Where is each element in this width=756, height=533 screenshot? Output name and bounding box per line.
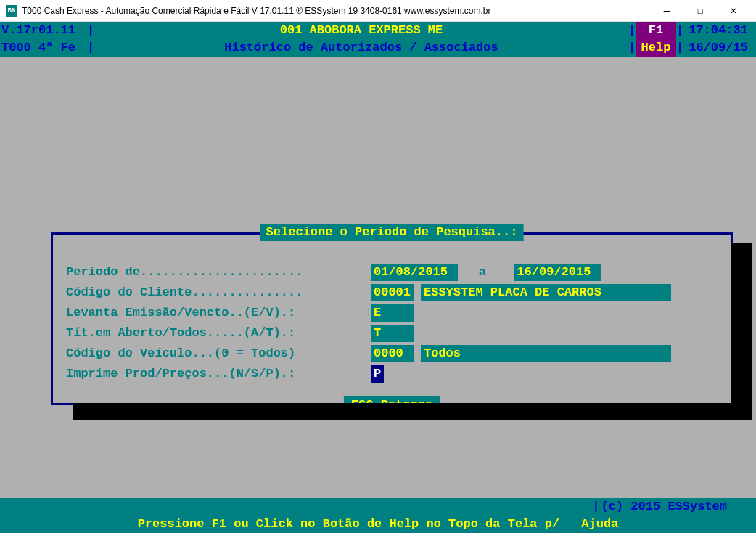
- date-display: 16/09/15: [683, 39, 756, 57]
- period-label: Período de......................: [66, 264, 371, 281]
- application-window: BN T000 Cash Express - Automação Comerci…: [0, 0, 756, 533]
- time-display: 17:04:31: [683, 22, 756, 39]
- vehicle-desc: Todos: [421, 345, 671, 362]
- footer-top-row: | (c) 2015 ESSystem: [0, 498, 756, 516]
- divider: |: [676, 22, 683, 39]
- header-row-2: T000 4ª Fe | Histórico de Autorizados / …: [0, 39, 756, 57]
- client-row: Código do Cliente............... 00001 E…: [66, 284, 722, 301]
- footer: | (c) 2015 ESSystem Pressione F1 ou Clic…: [0, 498, 756, 533]
- app-icon: BN: [6, 5, 17, 17]
- footer-help-row: Pressione F1 ou Click no Botão de Help n…: [0, 516, 756, 533]
- help-key-label[interactable]: F1: [636, 22, 676, 39]
- client-label: Código do Cliente...............: [66, 284, 371, 301]
- copyright-text: (c) 2015 ESSystem: [601, 498, 756, 516]
- period-row: Período de...................... 01/08/2…: [66, 264, 722, 281]
- divider: |: [591, 498, 601, 516]
- date-to-field[interactable]: 16/09/2015: [514, 264, 601, 281]
- print-row: Imprime Prod/Preços...(N/S/P).: P: [66, 365, 722, 383]
- search-dialog: Selecione o Periodo de Pesquisa..: Perío…: [51, 232, 733, 405]
- shadow-right: [731, 243, 752, 420]
- dialog-title: Selecione o Periodo de Pesquisa..:: [260, 224, 524, 241]
- screen-subtitle: Histórico de Autorizados / Associados: [94, 39, 628, 57]
- terminal-area: V.17r01.11 | 001 ABOBORA EXPRESS ME | F1…: [0, 22, 756, 533]
- open-all-row: Tít.em Aberto/Todos.....(A/T).: T: [66, 325, 722, 342]
- divider: |: [87, 39, 94, 57]
- divider: |: [87, 22, 94, 39]
- period-separator: a: [458, 264, 514, 281]
- header-row-1: V.17r01.11 | 001 ABOBORA EXPRESS ME | F1…: [0, 22, 756, 39]
- date-from-field[interactable]: 01/08/2015: [371, 264, 458, 281]
- vehicle-code-field[interactable]: 0000: [371, 345, 414, 362]
- print-label: Imprime Prod/Preços...(N/S/P).:: [66, 365, 371, 383]
- client-code-field[interactable]: 00001: [371, 284, 414, 301]
- open-all-field[interactable]: T: [371, 325, 414, 342]
- emission-label: Levanta Emissão/Vencto..(E/V).:: [66, 304, 371, 322]
- divider: |: [676, 39, 683, 57]
- maximize-button[interactable]: ☐: [683, 0, 717, 22]
- window-controls: — ☐ ✕: [650, 0, 750, 22]
- client-desc: ESSYSTEM PLACA DE CARROS: [421, 284, 671, 301]
- divider: |: [628, 22, 636, 39]
- divider: |: [628, 39, 636, 57]
- window-title: T000 Cash Express - Automação Comercial …: [22, 6, 650, 16]
- terminal-label: T000 4ª Fe: [0, 39, 87, 57]
- titlebar: BN T000 Cash Express - Automação Comerci…: [0, 0, 756, 22]
- help-button[interactable]: Help: [636, 39, 676, 57]
- minimize-button[interactable]: —: [650, 0, 683, 22]
- open-all-label: Tít.em Aberto/Todos.....(A/T).:: [66, 325, 371, 342]
- emission-row: Levanta Emissão/Vencto..(E/V).: E: [66, 304, 722, 322]
- print-field[interactable]: P: [371, 365, 384, 383]
- footer-ajuda-text: Ajuda: [581, 517, 618, 531]
- vehicle-label: Código do Veículo...(0 = Todos): [66, 345, 371, 362]
- emission-field[interactable]: E: [371, 304, 414, 322]
- company-title: 001 ABOBORA EXPRESS ME: [94, 22, 628, 39]
- shadow-bottom: [73, 403, 752, 420]
- dialog-wrapper: Selecione o Periodo de Pesquisa..: Perío…: [51, 232, 733, 405]
- close-button[interactable]: ✕: [717, 0, 750, 22]
- footer-help-text: Pressione F1 ou Click no Botão de Help n…: [138, 517, 560, 531]
- version-label: V.17r01.11: [0, 22, 87, 39]
- vehicle-row: Código do Veículo...(0 = Todos) 0000 Tod…: [66, 345, 722, 362]
